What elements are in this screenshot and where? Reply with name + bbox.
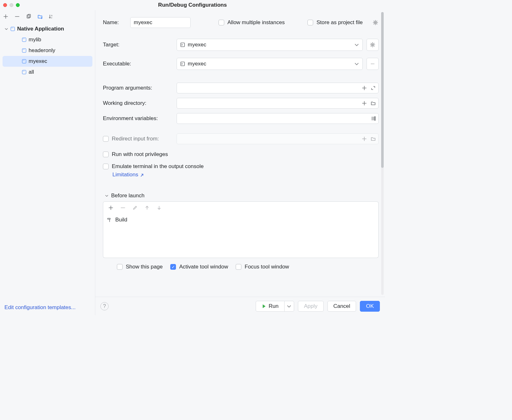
env-vars-label: Environment variables: <box>103 115 173 122</box>
config-tree: Native Application mylib headeronly myex… <box>0 22 95 301</box>
program-args-input[interactable] <box>177 83 379 93</box>
before-move-down-button[interactable] <box>156 205 162 211</box>
chevron-down-icon <box>105 194 109 198</box>
target-settings-button[interactable] <box>367 39 379 51</box>
focus-tool-window-checkbox[interactable]: Focus tool window <box>236 264 289 270</box>
edit-templates-link[interactable]: Edit configuration templates... <box>4 304 76 310</box>
env-vars-input[interactable] <box>177 113 379 124</box>
app-icon <box>22 59 27 64</box>
before-edit-button[interactable] <box>132 205 138 211</box>
before-launch-header[interactable]: Before launch <box>105 193 379 199</box>
browse-folder-icon[interactable] <box>371 101 376 106</box>
chevron-down-icon <box>4 27 8 31</box>
root-privileges-label: Run with root privileges <box>112 151 168 158</box>
config-item-label: headeronly <box>29 47 55 54</box>
allow-multiple-checkbox[interactable]: Allow multiple instances <box>219 19 285 26</box>
group-label: Native Application <box>17 26 64 32</box>
sort-az-button[interactable] <box>48 13 55 20</box>
before-launch-item-build[interactable]: Build <box>107 217 374 223</box>
before-remove-button[interactable] <box>120 205 126 211</box>
working-dir-input[interactable] <box>177 98 379 109</box>
window-title: Run/Debug Configurations <box>0 2 385 8</box>
add-config-button[interactable] <box>3 13 9 20</box>
zoom-window-button[interactable] <box>16 3 20 7</box>
target-select[interactable]: myexec <box>177 39 363 51</box>
cancel-button-label: Cancel <box>333 303 350 309</box>
app-icon <box>22 37 27 42</box>
activate-tool-window-checkbox[interactable]: Activate tool window <box>170 264 228 270</box>
target-value: myexec <box>188 42 206 48</box>
executable-value: myexec <box>188 61 206 67</box>
before-launch-item-label: Build <box>115 217 127 223</box>
redirect-input-checkbox[interactable]: Redirect input from: <box>103 136 173 142</box>
run-button-label: Run <box>269 303 279 309</box>
show-this-page-checkbox[interactable]: Show this page <box>117 264 163 270</box>
focus-tool-window-label: Focus tool window <box>245 264 289 270</box>
cancel-button[interactable]: Cancel <box>327 301 356 312</box>
config-item-label: myexec <box>29 58 47 64</box>
ok-button[interactable]: OK <box>360 301 380 312</box>
config-sidebar: Native Application mylib headeronly myex… <box>0 10 95 315</box>
target-label: Target: <box>103 42 173 48</box>
before-move-up-button[interactable] <box>144 205 150 211</box>
run-dropdown-button[interactable] <box>285 301 294 312</box>
run-icon <box>262 304 266 308</box>
config-item-label: all <box>29 69 34 75</box>
before-launch-list[interactable]: Build <box>103 213 379 258</box>
name-label: Name: <box>103 19 122 26</box>
program-args-label: Program arguments: <box>103 85 173 91</box>
executable-browse-button[interactable] <box>367 58 379 70</box>
emulate-terminal-checkbox[interactable]: Emulate terminal in the output console <box>103 163 379 170</box>
app-icon <box>22 48 27 53</box>
before-add-button[interactable] <box>108 205 114 211</box>
executable-label: Executable: <box>103 61 173 67</box>
config-item-label: mylib <box>29 37 41 43</box>
before-launch-label: Before launch <box>111 193 145 199</box>
config-item-mylib[interactable]: mylib <box>0 34 95 45</box>
close-window-button[interactable] <box>3 3 7 7</box>
working-dir-label: Working directory: <box>103 100 173 106</box>
app-icon <box>22 70 27 75</box>
name-input[interactable] <box>130 17 191 28</box>
exec-icon <box>180 61 185 66</box>
help-button[interactable]: ? <box>100 302 109 310</box>
config-item-myexec[interactable]: myexec <box>3 56 92 67</box>
run-split-button[interactable]: Run <box>256 301 294 312</box>
hammer-icon <box>107 217 112 222</box>
app-icon <box>10 26 15 31</box>
store-project-label: Store as project file <box>316 19 363 26</box>
before-launch-toolbar <box>103 201 379 213</box>
remove-config-button[interactable] <box>14 13 20 20</box>
config-group-native-application[interactable]: Native Application <box>0 24 95 34</box>
config-item-headeronly[interactable]: headeronly <box>0 45 95 56</box>
chevron-down-icon <box>354 42 359 47</box>
sidebar-toolbar <box>0 10 95 22</box>
exec-icon <box>180 42 185 47</box>
store-project-settings-icon[interactable] <box>372 19 379 26</box>
vertical-scrollbar[interactable] <box>381 12 384 295</box>
config-form-panel: Name: Allow multiple instances Store as … <box>95 10 385 315</box>
expand-field-icon[interactable] <box>371 85 376 91</box>
apply-button[interactable]: Apply <box>298 301 324 312</box>
limitations-link[interactable]: Limitations <box>112 172 143 178</box>
config-item-all[interactable]: all <box>0 67 95 78</box>
folder-add-button[interactable] <box>37 13 43 20</box>
chevron-down-icon <box>354 61 359 66</box>
env-list-icon[interactable] <box>371 116 376 121</box>
insert-macro-icon[interactable] <box>362 85 367 91</box>
dialog-footer: ? Run Apply Cancel OK <box>95 297 385 315</box>
window-titlebar: Run/Debug Configurations <box>0 0 385 10</box>
emulate-terminal-label: Emulate terminal in the output console <box>112 163 204 170</box>
executable-select[interactable]: myexec <box>177 58 363 70</box>
redirect-input-field <box>177 133 379 144</box>
minimize-window-button[interactable] <box>10 3 13 7</box>
insert-macro-icon[interactable] <box>362 101 367 106</box>
root-privileges-checkbox[interactable]: Run with root privileges <box>103 151 379 158</box>
activate-tool-window-label: Activate tool window <box>179 264 228 270</box>
allow-multiple-label: Allow multiple instances <box>227 19 285 26</box>
apply-button-label: Apply <box>304 303 318 309</box>
store-project-file-checkbox[interactable]: Store as project file <box>307 19 363 26</box>
ok-button-label: OK <box>366 303 374 309</box>
copy-config-button[interactable] <box>25 13 32 20</box>
redirect-input-label: Redirect input from: <box>112 136 159 142</box>
